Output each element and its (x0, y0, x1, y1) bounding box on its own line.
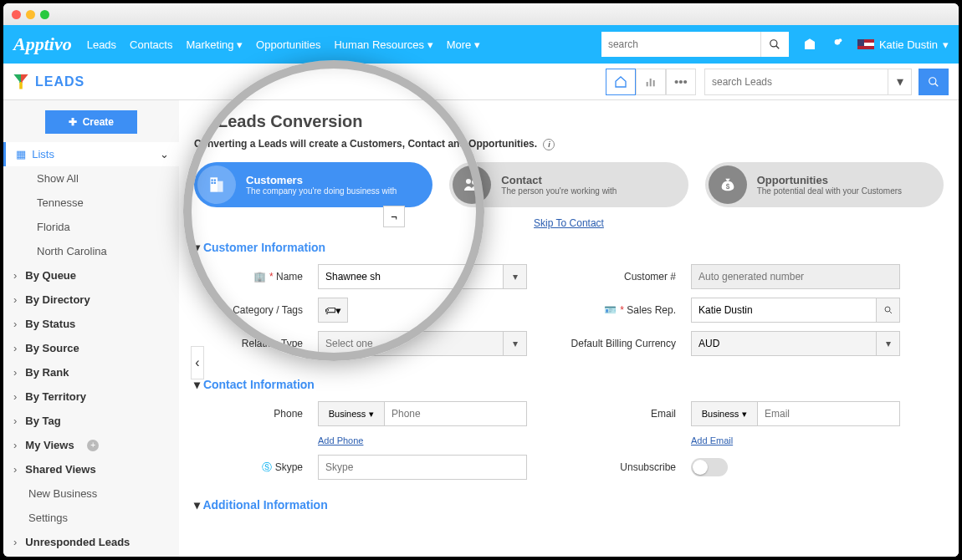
sidebar-item-north-carolina[interactable]: North Carolina (3, 239, 179, 263)
id-card-icon: 🪪 (604, 304, 617, 316)
nav-hr[interactable]: Human Resources ▾ (334, 38, 432, 51)
svg-rect-11 (217, 181, 223, 192)
label-email: Email (542, 408, 676, 420)
minimize-window-dot[interactable] (26, 10, 35, 19)
sidebar-group-queue[interactable]: By Queue (3, 263, 179, 288)
svg-rect-15 (214, 182, 216, 184)
svg-line-1 (776, 46, 780, 49)
sales-rep-search[interactable] (877, 298, 900, 323)
search-icon (769, 38, 780, 50)
sidebar-shared-settings[interactable]: Settings (3, 506, 179, 530)
nav-contacts[interactable]: Contacts (130, 38, 172, 51)
money-bag-icon: $ (709, 165, 747, 204)
sidebar-section-lists[interactable]: ▦ Lists ⌄ (3, 142, 179, 166)
back-button[interactable]: ¬ (383, 206, 405, 227)
tag-icon: 🏷 (325, 304, 335, 317)
leads-search-input[interactable] (704, 69, 888, 95)
sidebar-unresponded[interactable]: Unresponded Leads (3, 530, 179, 554)
global-search-button[interactable] (760, 32, 789, 57)
phone-input[interactable] (385, 401, 527, 426)
section-customer-info[interactable]: Customer Information (194, 241, 944, 254)
label-sales-rep: 🪪Sales Rep. (542, 304, 676, 316)
svg-rect-2 (805, 42, 815, 49)
sales-rep-input[interactable] (691, 298, 877, 323)
main-panel: ¬ Leads Conversion Converting a Leads wi… (179, 100, 959, 557)
currency-dropdown[interactable]: ▾ (877, 331, 900, 356)
phone-type-select[interactable]: Business ▾ (318, 401, 385, 426)
pill-opps-title: Opportunities (757, 174, 902, 186)
building-small-icon: 🏢 (253, 271, 266, 283)
name-input[interactable] (318, 264, 504, 289)
sidebar-group-directory[interactable]: By Directory (3, 288, 179, 312)
store-icon[interactable] (802, 37, 817, 52)
name-dropdown[interactable]: ▾ (504, 264, 527, 289)
info-icon[interactable]: i (543, 139, 555, 150)
maximize-window-dot[interactable] (40, 10, 49, 19)
add-email-link[interactable]: Add Email (691, 435, 733, 445)
nav-more[interactable]: More ▾ (447, 38, 480, 51)
svg-point-17 (472, 180, 477, 185)
skip-to-contact-link[interactable]: Skip To Contact (534, 217, 604, 229)
sidebar: ✚ Create ▦ Lists ⌄ Show All Tennesse Flo… (3, 100, 179, 557)
nav-opportunities[interactable]: Opportunities (256, 38, 320, 51)
sidebar-item-florida[interactable]: Florida (3, 215, 179, 239)
people-icon (453, 165, 491, 204)
view-more-button[interactable]: ••• (666, 69, 696, 95)
leads-search-button[interactable] (919, 69, 949, 95)
sidebar-collapse-button[interactable]: ‹ (191, 346, 204, 379)
email-input[interactable] (758, 401, 900, 426)
nav-marketing[interactable]: Marketing ▾ (186, 38, 243, 51)
sidebar-item-show-all[interactable]: Show All (3, 166, 179, 191)
flag-icon (857, 39, 874, 49)
pill-customers-title: Customers (246, 174, 397, 186)
user-menu[interactable]: Katie Dustin ▾ (857, 38, 949, 51)
pill-opps-sub: The potential deal with your Customers (757, 186, 902, 196)
top-nav: Apptivo Leads Contacts Marketing ▾ Oppor… (3, 25, 959, 64)
sidebar-group-rank[interactable]: By Rank (3, 360, 179, 384)
relation-type-dropdown[interactable]: ▾ (504, 331, 527, 356)
close-window-dot[interactable] (12, 10, 21, 19)
svg-line-9 (935, 83, 939, 86)
section-additional-info[interactable]: Additional Information (194, 498, 944, 512)
svg-point-19 (885, 307, 890, 312)
section-contact-info[interactable]: Contact Information (194, 378, 944, 391)
global-search-input[interactable] (601, 32, 760, 57)
user-name-label: Katie Dustin (879, 38, 938, 51)
currency-select[interactable] (691, 331, 877, 356)
email-type-select[interactable]: Business ▾ (691, 401, 758, 426)
view-chart-button[interactable] (636, 69, 666, 95)
sidebar-group-territory[interactable]: By Territory (3, 384, 179, 409)
page-title: Leads Conversion (217, 112, 944, 131)
svg-point-0 (770, 40, 777, 47)
sidebar-shared-views[interactable]: Shared Views (3, 457, 179, 481)
relation-type-select[interactable] (318, 331, 504, 356)
svg-point-16 (466, 179, 471, 184)
app-logo[interactable]: Apptivo (13, 33, 72, 55)
svg-point-4 (838, 38, 842, 42)
add-view-icon[interactable]: + (87, 440, 99, 451)
search-icon (928, 76, 939, 88)
svg-rect-12 (212, 180, 213, 181)
pill-contact[interactable]: Contact The person you're working with (449, 162, 688, 207)
add-phone-link[interactable]: Add Phone (318, 435, 363, 445)
label-skype: Ⓢ Skype (194, 461, 303, 475)
tag-button[interactable]: 🏷▾ (318, 298, 348, 323)
pill-opportunities[interactable]: $ Opportunities The potential deal with … (705, 162, 944, 207)
sidebar-my-views[interactable]: My Views + (3, 433, 179, 457)
pill-customers[interactable]: Customers The company you're doing busin… (194, 162, 432, 207)
sidebar-group-source[interactable]: By Source (3, 336, 179, 360)
unsubscribe-toggle[interactable] (691, 458, 728, 476)
view-home-button[interactable] (606, 69, 636, 95)
notifications-icon[interactable] (831, 38, 844, 51)
chevron-down-icon: ⌄ (160, 148, 169, 160)
sidebar-item-tennesse[interactable]: Tennesse (3, 191, 179, 215)
create-button[interactable]: ✚ Create (45, 110, 137, 134)
skype-input[interactable] (318, 455, 527, 480)
funnel-icon (13, 74, 28, 89)
sidebar-shared-new-business[interactable]: New Business (3, 481, 179, 506)
nav-leads[interactable]: Leads (87, 38, 116, 51)
sidebar-group-status[interactable]: By Status (3, 312, 179, 336)
sidebar-group-tag[interactable]: By Tag (3, 409, 179, 433)
leads-search-dropdown[interactable]: ▾ (888, 69, 912, 95)
pill-customers-sub: The company you're doing business with (246, 186, 397, 196)
